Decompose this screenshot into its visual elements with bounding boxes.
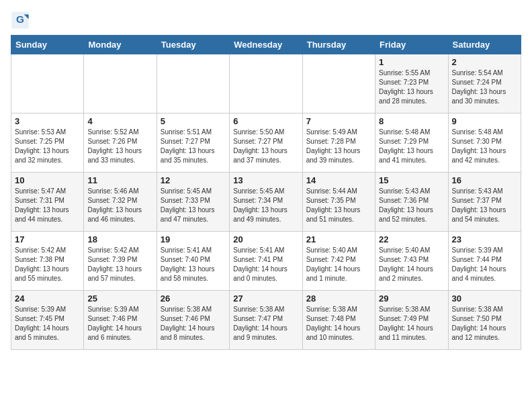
calendar-week-row: 24Sunrise: 5:39 AM Sunset: 7:45 PM Dayli… [11, 291, 521, 350]
calendar-cell: 28Sunrise: 5:38 AM Sunset: 7:48 PM Dayli… [302, 291, 375, 350]
cell-info: Sunrise: 5:48 AM Sunset: 7:30 PM Dayligh… [452, 128, 517, 165]
day-number: 30 [452, 293, 517, 304]
calendar-cell: 3Sunrise: 5:53 AM Sunset: 7:25 PM Daylig… [11, 113, 84, 173]
calendar-cell: 30Sunrise: 5:38 AM Sunset: 7:50 PM Dayli… [448, 291, 521, 350]
calendar-cell [84, 54, 157, 113]
calendar-cell: 15Sunrise: 5:43 AM Sunset: 7:36 PM Dayli… [375, 173, 448, 232]
cell-info: Sunrise: 5:50 AM Sunset: 7:27 PM Dayligh… [233, 128, 298, 165]
page-header: G [11, 11, 521, 30]
calendar-week-row: 3Sunrise: 5:53 AM Sunset: 7:25 PM Daylig… [11, 113, 521, 173]
calendar-cell: 4Sunrise: 5:52 AM Sunset: 7:26 PM Daylig… [84, 113, 157, 173]
day-number: 26 [161, 293, 226, 304]
cell-info: Sunrise: 5:44 AM Sunset: 7:35 PM Dayligh… [306, 187, 371, 224]
cell-info: Sunrise: 5:43 AM Sunset: 7:36 PM Dayligh… [379, 187, 444, 224]
calendar-cell: 29Sunrise: 5:38 AM Sunset: 7:49 PM Dayli… [375, 291, 448, 350]
calendar-cell: 2Sunrise: 5:54 AM Sunset: 7:24 PM Daylig… [448, 54, 521, 113]
calendar-cell [230, 54, 302, 113]
day-number: 24 [15, 293, 80, 304]
calendar-cell: 27Sunrise: 5:38 AM Sunset: 7:47 PM Dayli… [230, 291, 302, 350]
weekday-header-saturday: Saturday [448, 36, 521, 54]
weekday-header-row: SundayMondayTuesdayWednesdayThursdayFrid… [11, 36, 521, 54]
logo-icon: G [11, 11, 30, 30]
svg-text:G: G [16, 13, 24, 25]
calendar-cell: 20Sunrise: 5:41 AM Sunset: 7:41 PM Dayli… [230, 232, 302, 291]
cell-info: Sunrise: 5:38 AM Sunset: 7:46 PM Dayligh… [161, 305, 226, 342]
day-number: 29 [379, 293, 444, 304]
cell-info: Sunrise: 5:42 AM Sunset: 7:39 PM Dayligh… [87, 246, 152, 283]
day-number: 10 [15, 175, 80, 185]
calendar-cell: 16Sunrise: 5:43 AM Sunset: 7:37 PM Dayli… [448, 173, 521, 232]
cell-info: Sunrise: 5:49 AM Sunset: 7:28 PM Dayligh… [306, 128, 371, 165]
calendar-cell [302, 54, 375, 113]
weekday-header-sunday: Sunday [11, 36, 84, 54]
day-number: 9 [452, 116, 517, 126]
day-number: 8 [379, 116, 444, 126]
calendar-cell: 11Sunrise: 5:46 AM Sunset: 7:32 PM Dayli… [84, 173, 157, 232]
weekday-header-wednesday: Wednesday [230, 36, 302, 54]
day-number: 28 [306, 293, 371, 304]
calendar-cell: 8Sunrise: 5:48 AM Sunset: 7:29 PM Daylig… [375, 113, 448, 173]
cell-info: Sunrise: 5:55 AM Sunset: 7:23 PM Dayligh… [379, 68, 444, 106]
calendar-cell: 13Sunrise: 5:45 AM Sunset: 7:34 PM Dayli… [230, 173, 302, 232]
calendar-cell: 18Sunrise: 5:42 AM Sunset: 7:39 PM Dayli… [84, 232, 157, 291]
calendar-cell: 24Sunrise: 5:39 AM Sunset: 7:45 PM Dayli… [11, 291, 84, 350]
calendar-cell: 14Sunrise: 5:44 AM Sunset: 7:35 PM Dayli… [302, 173, 375, 232]
calendar-cell: 10Sunrise: 5:47 AM Sunset: 7:31 PM Dayli… [11, 173, 84, 232]
cell-info: Sunrise: 5:43 AM Sunset: 7:37 PM Dayligh… [452, 187, 517, 224]
cell-info: Sunrise: 5:38 AM Sunset: 7:48 PM Dayligh… [306, 305, 371, 342]
cell-info: Sunrise: 5:42 AM Sunset: 7:38 PM Dayligh… [15, 246, 80, 283]
calendar-week-row: 10Sunrise: 5:47 AM Sunset: 7:31 PM Dayli… [11, 173, 521, 232]
day-number: 6 [233, 116, 298, 126]
day-number: 14 [306, 175, 371, 185]
day-number: 23 [452, 234, 517, 244]
day-number: 5 [161, 116, 226, 126]
cell-info: Sunrise: 5:47 AM Sunset: 7:31 PM Dayligh… [15, 187, 80, 224]
day-number: 7 [306, 116, 371, 126]
logo: G [11, 11, 32, 30]
calendar-cell: 23Sunrise: 5:39 AM Sunset: 7:44 PM Dayli… [448, 232, 521, 291]
day-number: 11 [87, 175, 152, 185]
day-number: 3 [15, 116, 80, 126]
weekday-header-tuesday: Tuesday [157, 36, 229, 54]
day-number: 25 [87, 293, 152, 304]
day-number: 16 [452, 175, 517, 185]
cell-info: Sunrise: 5:39 AM Sunset: 7:46 PM Dayligh… [87, 305, 152, 342]
day-number: 17 [15, 234, 80, 244]
cell-info: Sunrise: 5:45 AM Sunset: 7:33 PM Dayligh… [161, 187, 226, 224]
calendar-week-row: 1Sunrise: 5:55 AM Sunset: 7:23 PM Daylig… [11, 54, 521, 113]
cell-info: Sunrise: 5:41 AM Sunset: 7:41 PM Dayligh… [233, 246, 298, 283]
cell-info: Sunrise: 5:40 AM Sunset: 7:43 PM Dayligh… [379, 246, 444, 283]
day-number: 18 [87, 234, 152, 244]
day-number: 20 [233, 234, 298, 244]
calendar-cell: 12Sunrise: 5:45 AM Sunset: 7:33 PM Dayli… [157, 173, 229, 232]
day-number: 1 [379, 57, 444, 67]
cell-info: Sunrise: 5:52 AM Sunset: 7:26 PM Dayligh… [87, 128, 152, 165]
day-number: 15 [379, 175, 444, 185]
day-number: 22 [379, 234, 444, 244]
day-number: 19 [161, 234, 226, 244]
calendar-cell [11, 54, 84, 113]
calendar-cell: 9Sunrise: 5:48 AM Sunset: 7:30 PM Daylig… [448, 113, 521, 173]
calendar-cell: 17Sunrise: 5:42 AM Sunset: 7:38 PM Dayli… [11, 232, 84, 291]
calendar-cell [157, 54, 229, 113]
cell-info: Sunrise: 5:45 AM Sunset: 7:34 PM Dayligh… [233, 187, 298, 224]
calendar-table: SundayMondayTuesdayWednesdayThursdayFrid… [11, 35, 521, 350]
cell-info: Sunrise: 5:54 AM Sunset: 7:24 PM Dayligh… [452, 68, 517, 106]
calendar-cell: 5Sunrise: 5:51 AM Sunset: 7:27 PM Daylig… [157, 113, 229, 173]
cell-info: Sunrise: 5:38 AM Sunset: 7:50 PM Dayligh… [452, 305, 517, 342]
calendar-cell: 19Sunrise: 5:41 AM Sunset: 7:40 PM Dayli… [157, 232, 229, 291]
day-number: 27 [233, 293, 298, 304]
cell-info: Sunrise: 5:41 AM Sunset: 7:40 PM Dayligh… [161, 246, 226, 283]
calendar-cell: 26Sunrise: 5:38 AM Sunset: 7:46 PM Dayli… [157, 291, 229, 350]
cell-info: Sunrise: 5:53 AM Sunset: 7:25 PM Dayligh… [15, 128, 80, 165]
cell-info: Sunrise: 5:51 AM Sunset: 7:27 PM Dayligh… [161, 128, 226, 165]
cell-info: Sunrise: 5:38 AM Sunset: 7:47 PM Dayligh… [233, 305, 298, 342]
day-number: 4 [87, 116, 152, 126]
cell-info: Sunrise: 5:46 AM Sunset: 7:32 PM Dayligh… [87, 187, 152, 224]
calendar-cell: 7Sunrise: 5:49 AM Sunset: 7:28 PM Daylig… [302, 113, 375, 173]
weekday-header-thursday: Thursday [302, 36, 375, 54]
day-number: 21 [306, 234, 371, 244]
cell-info: Sunrise: 5:39 AM Sunset: 7:45 PM Dayligh… [15, 305, 80, 342]
day-number: 13 [233, 175, 298, 185]
cell-info: Sunrise: 5:38 AM Sunset: 7:49 PM Dayligh… [379, 305, 444, 342]
